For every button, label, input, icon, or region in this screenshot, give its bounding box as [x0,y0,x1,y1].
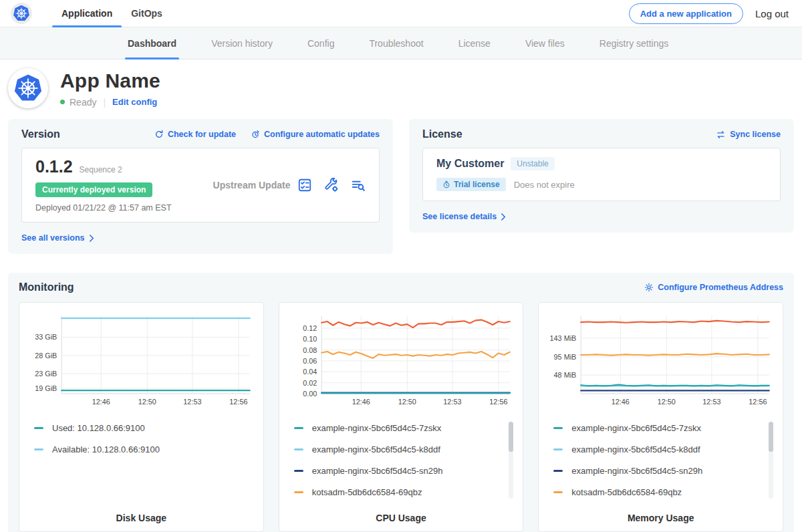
license-expiry: Does not expire [514,180,575,190]
page-title: App Name [60,70,160,92]
svg-text:0.06: 0.06 [303,357,317,365]
svg-text:12:50: 12:50 [658,398,676,406]
divider: | [103,97,106,108]
version-source: Upstream Update [206,180,297,190]
tab-gitops[interactable]: GitOps [122,0,172,27]
subnav-view-files[interactable]: View files [508,27,582,59]
svg-text:0.02: 0.02 [303,379,317,387]
legend-color-dash [294,448,303,450]
svg-text:12:46: 12:46 [352,398,370,406]
app-subnav: Dashboard Version history Config Trouble… [0,27,802,59]
sync-icon [716,130,726,139]
add-application-button[interactable]: Add a new application [629,3,743,24]
subnav-version-history[interactable]: Version history [194,27,290,59]
legend-label: example-nginx-5bc6f5d4c5-sn29h [312,466,443,476]
legend-item: example-nginx-5bc6f5d4c5-7zskx [553,423,763,433]
legend-label: example-nginx-5bc6f5d4c5-7zskx [571,423,701,433]
customer-name: My Customer [436,158,504,170]
legend-color-dash [34,448,43,450]
legend-scrollbar[interactable] [509,422,513,499]
cpu-usage-title: CPU Usage [287,513,515,523]
svg-text:12:46: 12:46 [612,398,630,406]
see-license-details-link[interactable]: See license details [422,212,507,221]
deployed-timestamp: Deployed 01/21/22 @ 11:57 am EST [35,203,206,213]
svg-text:0.10: 0.10 [303,335,317,343]
app-status: Ready [70,97,96,108]
legend-scrollbar[interactable] [769,422,773,499]
legend-item: kotsadm-5db6dc6584-69qbz [553,487,763,497]
subnav-troubleshoot[interactable]: Troubleshoot [352,27,440,59]
legend-label: kotsadm-5db6dc6584-69qbz [312,487,422,497]
memory-usage-legend: example-nginx-5bc6f5d4c5-7zskxexample-ng… [547,422,775,510]
legend-color-dash [294,470,303,472]
legend-color-dash [34,427,43,429]
legend-scrollbar-thumb[interactable] [509,422,513,452]
svg-text:12:50: 12:50 [138,398,156,406]
svg-text:12:50: 12:50 [398,398,416,406]
svg-text:143 MiB: 143 MiB [550,334,577,342]
legend-color-dash [294,427,303,429]
subnav-dashboard[interactable]: Dashboard [110,27,194,59]
monitoring-section: Monitoring Configure Prometheus Address … [8,273,794,532]
chart-card-cpu-usage: 0.000.020.040.060.080.100.1212:4612:5012… [279,302,524,532]
svg-text:0.04: 0.04 [303,368,317,376]
svg-text:0.00: 0.00 [303,390,317,398]
svg-text:23 GiB: 23 GiB [35,370,57,378]
refresh-icon [154,130,164,139]
legend-label: example-nginx-5bc6f5d4c5-7zskx [312,423,442,433]
legend-item: kotsadm-5db6dc6584-69qbz [294,487,503,497]
deployed-badge: Currently deployed version [35,182,152,197]
legend-scrollbar-thumb[interactable] [769,422,773,452]
svg-text:19 GiB: 19 GiB [35,384,57,392]
svg-text:0.08: 0.08 [303,346,317,354]
svg-text:12:53: 12:53 [703,398,721,406]
svg-text:95 MiB: 95 MiB [554,353,577,361]
view-logs-icon[interactable] [351,178,366,192]
legend-color-dash [553,448,563,450]
preflight-checklist-icon[interactable] [297,178,312,192]
version-card: Version Check for update Configure autom… [8,119,393,254]
ready-status-dot [60,100,65,104]
sync-license-link[interactable]: Sync license [716,130,781,139]
subnav-config[interactable]: Config [290,27,352,59]
trial-license-badge: Trial license [436,178,506,191]
configure-prometheus-link[interactable]: Configure Prometheus Address [644,283,783,292]
tab-application[interactable]: Application [52,0,122,27]
top-nav: Application GitOps Add a new application… [0,0,802,27]
legend-label: Used: 10.128.0.66:9100 [52,423,145,433]
legend-color-dash [553,491,563,493]
channel-badge: Unstable [511,157,554,170]
svg-text:12:56: 12:56 [489,398,507,406]
legend-item: Used: 10.128.0.66:9100 [34,423,243,433]
version-sequence: Sequence 2 [80,165,122,174]
legend-item: example-nginx-5bc6f5d4c5-7zskx [294,423,503,433]
svg-text:12:46: 12:46 [92,398,110,406]
cpu-usage-plot: 0.000.020.040.060.080.100.1212:4612:5012… [287,311,515,411]
check-for-update-link[interactable]: Check for update [154,130,236,139]
legend-label: example-nginx-5bc6f5d4c5-k8ddf [571,444,700,454]
see-all-versions-link[interactable]: See all versions [21,233,95,243]
chevron-right-icon [89,235,95,242]
subnav-license[interactable]: License [441,27,508,59]
svg-text:33 GiB: 33 GiB [35,333,57,341]
logout-link[interactable]: Log out [755,8,789,19]
configure-automatic-updates-link[interactable]: Configure automatic updates [251,130,380,139]
cpu-usage-legend: example-nginx-5bc6f5d4c5-7zskxexample-ng… [287,422,515,510]
edit-config-link[interactable]: Edit config [112,97,157,107]
subnav-registry-settings[interactable]: Registry settings [582,27,686,59]
legend-label: Available: 10.128.0.66:9100 [52,444,160,454]
svg-text:12:53: 12:53 [443,398,461,406]
legend-color-dash [553,427,563,429]
app-header: App Name Ready | Edit config [0,59,802,119]
gear-icon [644,283,654,292]
kubernetes-logo-icon[interactable] [11,3,32,24]
memory-usage-title: Memory Usage [547,513,775,523]
legend-item: example-nginx-5bc6f5d4c5-sn29h [553,466,763,476]
chart-card-memory-usage: 48 MiB95 MiB143 MiB12:4612:5012:5312:56 … [538,302,783,532]
disk-usage-title: Disk Usage [27,513,255,523]
legend-item: Available: 10.128.0.66:9100 [34,444,243,454]
svg-text:12:56: 12:56 [749,398,767,406]
monitoring-title: Monitoring [19,281,74,293]
license-card: License Sync license My Customer Unstabl… [409,119,794,233]
config-wrench-icon[interactable] [324,178,339,192]
